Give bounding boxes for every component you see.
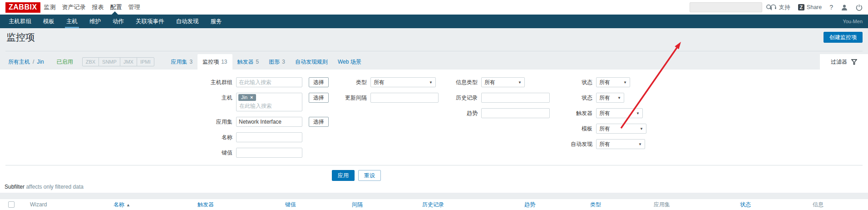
share-link[interactable]: Z Share: [798, 4, 822, 10]
top-menu-reports[interactable]: 报表: [92, 2, 104, 12]
tab-discovery-rules[interactable]: 自动发现规则: [290, 54, 333, 70]
zbx-badge: ZBX: [83, 58, 99, 66]
breadcrumb-all-hosts[interactable]: 所有主机: [8, 58, 30, 66]
chevron-down-icon: ▼: [617, 96, 621, 100]
application-select-button[interactable]: 选择: [309, 117, 329, 127]
snmp-badge: SNMP: [99, 58, 120, 66]
type-select[interactable]: 所有 ▼: [370, 77, 436, 87]
search-input[interactable]: [690, 4, 766, 10]
column-header-key[interactable]: 键值: [285, 201, 352, 209]
host-search-placeholder[interactable]: 在此输入搜索: [238, 101, 300, 110]
nav-event-correlation[interactable]: 关联项事件: [130, 15, 170, 28]
breadcrumb-separator: /: [33, 59, 34, 65]
nav-templates[interactable]: 模板: [37, 15, 60, 28]
application-input[interactable]: [236, 117, 302, 127]
column-header-history[interactable]: 历史记录: [422, 201, 524, 209]
zabbix-logo[interactable]: ZABBIX: [5, 2, 40, 13]
items-table-header: Wizard 名称▲ 触发器 键值 间隔 历史记录 趋势 类型 应用集 状态 信…: [0, 199, 868, 210]
filter-column-1: 主机群组 选择 主机 Jin × 在此输入搜索 选择 应用集 选择 名称: [154, 77, 329, 163]
type-label: 类型: [318, 77, 370, 87]
subfilter-description: affects only filtered data: [26, 184, 84, 190]
remove-host-icon[interactable]: ×: [250, 95, 253, 100]
filter-row-key: 键值: [154, 148, 329, 158]
info-type-select[interactable]: 所有 ▼: [481, 77, 525, 87]
filter-row-info-type: 信息类型 所有 ▼: [427, 77, 550, 87]
nav-actions[interactable]: 动作: [107, 15, 130, 28]
status-select[interactable]: 所有 ▼: [596, 93, 624, 103]
triggers-select-value: 所有: [599, 110, 610, 117]
key-label: 键值: [154, 148, 236, 158]
tab-graphs[interactable]: 图形 3: [264, 54, 290, 70]
logout-icon[interactable]: [856, 4, 863, 11]
chevron-down-icon: ▼: [638, 142, 642, 146]
host-group-input[interactable]: [236, 77, 302, 87]
create-item-button[interactable]: 创建监控项: [824, 32, 863, 43]
nav-discovery[interactable]: 自动发现: [170, 15, 205, 28]
apply-button[interactable]: 应用: [332, 170, 355, 181]
column-header-info: 信息: [813, 201, 868, 209]
breadcrumb-host[interactable]: Jin: [37, 59, 44, 65]
history-label: 历史记录: [427, 93, 481, 103]
filter-row-template: 模板 所有 ▼: [536, 124, 646, 134]
state-select-value: 所有: [599, 79, 610, 86]
host-multiselect[interactable]: Jin × 在此输入搜索: [236, 93, 302, 111]
top-menu-configuration[interactable]: 配置: [110, 2, 122, 12]
filter-row-update-interval: 更新间隔: [318, 93, 439, 103]
tab-items[interactable]: 监控项 13: [197, 54, 232, 70]
top-menu-inventory[interactable]: 资产记录: [62, 2, 86, 12]
state-select[interactable]: 所有 ▼: [596, 77, 630, 87]
reset-button[interactable]: 重设: [358, 170, 381, 181]
filter-row-name: 名称: [154, 132, 329, 142]
filter-tab[interactable]: 过滤器: [820, 54, 868, 70]
info-type-select-value: 所有: [484, 79, 495, 86]
column-header-interval[interactable]: 间隔: [352, 201, 422, 209]
support-label: 支持: [779, 4, 790, 11]
top-menu-monitoring[interactable]: 监测: [44, 2, 56, 12]
nav-hosts[interactable]: 主机: [60, 15, 84, 28]
template-select[interactable]: 所有 ▼: [596, 124, 646, 134]
sort-asc-icon: ▲: [126, 203, 130, 207]
search-box[interactable]: [690, 2, 762, 12]
column-header-trends[interactable]: 趋势: [524, 201, 590, 209]
template-select-value: 所有: [599, 125, 610, 133]
chevron-down-icon: ▼: [636, 111, 640, 115]
help-icon[interactable]: ?: [829, 4, 833, 11]
tab-web-scenarios[interactable]: Web 场景: [333, 54, 366, 70]
filter-column-4: 状态 所有 ▼ 状态 所有 ▼ 触发器 所有 ▼ 模板 所有 ▼: [536, 77, 646, 155]
filter-tab-label: 过滤器: [831, 58, 847, 66]
nav-maintenance[interactable]: 维护: [84, 15, 107, 28]
column-header-type[interactable]: 类型: [590, 201, 654, 209]
filter-row-discovery: 自动发现 所有 ▼: [536, 139, 646, 149]
filter-row-application: 应用集 选择: [154, 117, 329, 127]
column-header-name[interactable]: 名称▲: [113, 201, 197, 209]
key-input[interactable]: [236, 148, 302, 158]
discovery-select-value: 所有: [599, 140, 610, 148]
discovery-select[interactable]: 所有 ▼: [596, 139, 645, 149]
tab-triggers[interactable]: 触发器 5: [232, 54, 264, 70]
subfilter-note: Subfilter affects only filtered data: [5, 184, 84, 190]
config-sub-nav: 主机群组 模板 主机 维护 动作 关联项事件 自动发现 服务: [0, 15, 868, 28]
tab-applications[interactable]: 应用集 3: [166, 54, 198, 70]
chevron-down-icon: ▼: [640, 127, 643, 131]
filter-row-host-group: 主机群组 选择: [154, 77, 329, 87]
support-link[interactable]: 支持: [770, 4, 790, 11]
host-chip-label: Jin: [241, 95, 247, 100]
jmx-badge: JMX: [120, 58, 137, 66]
column-header-applications: 应用集: [654, 201, 740, 209]
select-all-checkbox[interactable]: [8, 201, 15, 208]
type-select-value: 所有: [374, 79, 385, 86]
top-menu-administration[interactable]: 管理: [128, 2, 140, 12]
column-header-triggers[interactable]: 触发器: [197, 201, 285, 209]
triggers-select[interactable]: 所有 ▼: [596, 108, 643, 118]
headset-icon: [770, 4, 777, 10]
host-chip[interactable]: Jin ×: [238, 94, 256, 101]
nav-services[interactable]: 服务: [205, 15, 228, 28]
nav-host-groups[interactable]: 主机群组: [3, 15, 37, 28]
status-select-value: 所有: [599, 94, 610, 102]
column-header-status[interactable]: 状态: [740, 201, 813, 209]
template-label: 模板: [536, 124, 596, 134]
user-profile-icon[interactable]: [841, 4, 848, 11]
host-status-badge[interactable]: 已启用: [57, 58, 73, 66]
state-label: 状态: [536, 77, 596, 87]
name-input[interactable]: [236, 132, 302, 142]
